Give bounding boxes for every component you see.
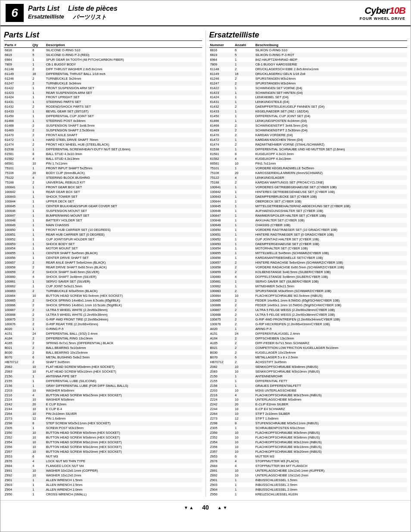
description: BODY CLIP (6mm/BLACK) bbox=[45, 171, 202, 175]
table-row: 614661LENKUNGSPOSTEN 4x34mm (D4) bbox=[209, 119, 408, 124]
table-row: B0302KUGELLAGER 10x15x4mm bbox=[209, 350, 408, 355]
description: HARD STEEL DRIVE SHAFT 76mm bbox=[45, 137, 202, 142]
table-row: 614702KARDAN VORDERE (D4) bbox=[209, 133, 408, 137]
beschreibung: SPURSTANGE M3x45mm (SCHWARZ/CYBER 10B) bbox=[255, 289, 407, 293]
description: ALLEN WRENCH 2.5mm bbox=[45, 482, 202, 487]
anzahl: 8 bbox=[234, 421, 255, 426]
table-row: 614682SCHWINGENSTIFT 3x48.5mm (D4) bbox=[209, 124, 408, 128]
table-row: 6114916DRUCKLAGERKU GELN 1/16 Zoll bbox=[209, 72, 408, 76]
anzahl: 10 bbox=[234, 398, 255, 402]
table-row: 7510620KAROSSERIEKLA MMERN (6mm/SCHWARZ) bbox=[209, 171, 408, 175]
part-number: 100857 bbox=[4, 261, 31, 265]
table-row: 1008541MOTORHALTER SET (CYBER 10B) bbox=[209, 246, 408, 251]
table-row: Z35410FLACHKOPFSCHRAUBE M3x12mm (INBUS) bbox=[209, 440, 408, 445]
anzahl: 10 bbox=[234, 445, 255, 449]
anzahl: 2 bbox=[234, 142, 255, 147]
table-row: Z9031INBUSSCHLUESSEL 2.5mm bbox=[209, 482, 408, 487]
left-header-desc: Description bbox=[45, 43, 202, 48]
part-number: 100844 bbox=[4, 199, 31, 204]
beschreibung: STUFENSCHRAUBE M3x5x11mm (INBUS) bbox=[255, 421, 407, 426]
table-row: 614501DIFFERENTIAL CUP JOINT SET (D4) bbox=[209, 114, 408, 119]
quantity: 2 bbox=[31, 360, 45, 364]
table-row: B0302BALL BEARING 10x15x4mm bbox=[4, 350, 202, 355]
nummer: A165 bbox=[209, 341, 234, 345]
beschreibung: FLACHKOPFSCHRAUBE M3x8mm (INBUS) bbox=[255, 435, 407, 440]
table-row: 1008501VORDERE RADTRAEGER SET (10 GRAD/C… bbox=[209, 227, 408, 232]
table-row: 1008451CENTER BULKHEAD/SPUR GEAR COVER S… bbox=[4, 204, 202, 208]
table-row: 1008752G-RIP 4WD FRONTREIFEN (2.2in/66x3… bbox=[209, 317, 408, 322]
beschreibung: MITTELWELLE 5x45mm (SCHWARZ/CYBER 10B) bbox=[255, 251, 407, 256]
beschreibung: HINTERE RADTRAEGER SET (0 GRAD/CYBER 10B… bbox=[255, 232, 407, 237]
description: FRONT GEAR BOX SET bbox=[45, 185, 202, 190]
part-number: 100876 bbox=[4, 322, 31, 327]
part-number: Z653 bbox=[4, 454, 31, 459]
description: ANTENNA PIPE SET bbox=[45, 374, 202, 379]
anzahl: 1 bbox=[234, 62, 255, 67]
description: PIN 2x10mm SILVER bbox=[45, 412, 202, 417]
anzahl: 10 bbox=[234, 473, 255, 478]
table-row: Z1551DIFFERENTIAL LUBE (SILICONE) bbox=[4, 379, 202, 383]
anzahl: 20 bbox=[234, 402, 255, 407]
beschreibung: CUP JOINT/HZ-HALTER SET (CYBER 10B) bbox=[255, 237, 407, 242]
quantity: 10 bbox=[31, 445, 45, 449]
table-row: Z1561GRAUES DIFFERENTIALFETT bbox=[209, 383, 408, 388]
nummer: Z264 bbox=[209, 412, 234, 417]
table-row: 615824KUGELKOPF 4.3x13mm bbox=[209, 156, 408, 161]
left-column: Parts List Parts # Qty Description 68166… bbox=[4, 31, 202, 497]
beschreibung: KOLBENSTANGE 3x40.5mm (SILBER/CYBER 10B) bbox=[255, 270, 407, 275]
header-ersatzteilliste: Ersatzteilliste bbox=[28, 13, 64, 21]
table-row: 1008592SHOCK SHAFT 3x40.5mm (SILVER) bbox=[4, 270, 202, 275]
quantity: 10 bbox=[31, 388, 45, 393]
nummer: Z298 bbox=[209, 421, 234, 426]
nummer: 100865 bbox=[209, 298, 234, 303]
beschreibung: ARING P-5 bbox=[255, 327, 407, 331]
quantity: 10 bbox=[31, 407, 45, 412]
nummer: Z904 bbox=[209, 487, 234, 492]
quantity: 2 bbox=[31, 128, 45, 133]
quantity: 1 bbox=[31, 279, 45, 284]
beschreibung: SILIKON O-RING S10 bbox=[255, 48, 407, 53]
table-row: 1008672ULTRA 5 WHEEL WHITE (2.2in/60x28m… bbox=[4, 308, 202, 312]
beschreibung: DOPPELSTANGE 3x48mm (SILBER/CYBER 10B) bbox=[255, 275, 407, 280]
table-row: Z20310M3X6 UNTERLAGSCHEIBE bbox=[209, 388, 408, 393]
beschreibung: DIFFERENTIAL SCHRAUBE UND HD MUTTER SET … bbox=[255, 147, 407, 152]
part-number: 61246 bbox=[4, 76, 31, 81]
nummer: 6984 bbox=[209, 57, 234, 62]
table-row: Z2988STUFENSCHRAUBE M3x5x11mm (INBUS) bbox=[209, 421, 408, 426]
part-number: 61581 bbox=[4, 152, 31, 156]
table-row: 1008441OBERDECK SET (CYBER 10B) bbox=[209, 199, 408, 204]
table-row: 1008471RAMMER/SPOILER HALTER SET (CYBER … bbox=[209, 213, 408, 218]
part-number: 100841 bbox=[4, 185, 31, 190]
anzahl: 1 bbox=[234, 279, 255, 284]
table-row: Z89210WASHER 10x12x0.2mm bbox=[4, 473, 202, 478]
description: CENTER DRIVE SHAFT SET bbox=[45, 256, 202, 261]
table-row: 614231SCHWINGEN SET HINTEN (D4) bbox=[209, 90, 408, 95]
table-row: Z1551DIFFERENTIAL FETT bbox=[209, 379, 408, 383]
nummer: 61538 bbox=[209, 147, 234, 152]
table-row: 1008762G-RIP HECKREIFEN (2.2in/86x43mm/C… bbox=[209, 322, 408, 327]
description: SPUR GEAR 84 TOOTH (48 PITCH/CARBON FIBE… bbox=[45, 57, 202, 62]
anzahl: 16 bbox=[234, 72, 255, 76]
description: SERVO SAVER SET (SILVER) bbox=[45, 279, 202, 284]
table-row: Z35210BUTTON HEAD SCREW M3x8mm (HEX SOCK… bbox=[4, 435, 202, 440]
beschreibung: SCHWINGEN SET VORNE (D4) bbox=[255, 86, 407, 90]
quantity: 1 bbox=[31, 90, 45, 95]
table-row: 1008431DAEMPFERBRUECKE SET (CYBER 10B) bbox=[209, 194, 408, 199]
quantity: 2 bbox=[31, 350, 45, 355]
beschreibung: SPURSTANGEN M3x24mm bbox=[255, 76, 407, 81]
beschreibung: FEDER 14x46x1.1mm 8.5WDG (65gf/SCHW/CYBE… bbox=[255, 298, 407, 303]
quantity: 2 bbox=[31, 133, 45, 137]
part-number: 6819 bbox=[4, 53, 31, 57]
nummer: Z950 bbox=[209, 492, 234, 497]
beschreibung: UNTERLAGSCHEIBE 10x12x0.2mm bbox=[255, 473, 407, 478]
description: E CLIP E-4 bbox=[45, 407, 202, 412]
anzahl: 2 bbox=[234, 124, 255, 128]
beschreibung: AUFHAENGUNGSHALTER SET (CYBER 10B) bbox=[255, 208, 407, 213]
beschreibung: M3X6 UNTERLAGSCHEIBE bbox=[255, 388, 407, 393]
beschreibung: DIFF-FEDER 6x7x1.5mm SCHWARZ bbox=[255, 341, 407, 345]
anzahl: 4 bbox=[234, 275, 255, 280]
description: DIFFERENTIAL BALL (3/32) 2.4mm bbox=[45, 331, 202, 336]
anzahl: 1 bbox=[234, 208, 255, 213]
nummer: Z305 bbox=[209, 426, 234, 431]
part-number: 61468 bbox=[4, 124, 31, 128]
